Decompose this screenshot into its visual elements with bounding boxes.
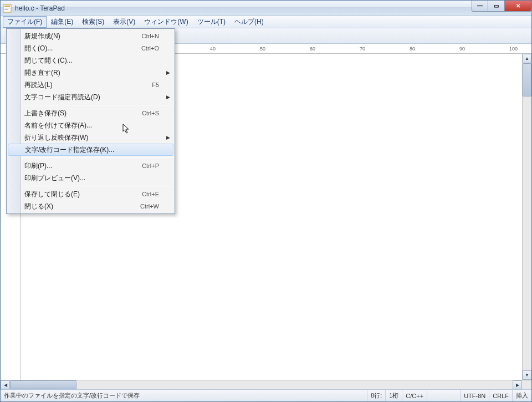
svg-rect-1	[4, 6, 10, 7]
menu-item-close[interactable]: 閉じる(X) Ctrl+W	[7, 200, 175, 212]
close-button[interactable]: ✕	[505, 1, 531, 12]
ruler-tick-60: 60	[310, 46, 315, 52]
submenu-arrow-icon: ▶	[166, 135, 170, 140]
scroll-corner	[522, 380, 531, 389]
status-encoding: UTF-8N	[460, 390, 489, 401]
file-dropdown-menu: 新規作成(N) Ctrl+N 開く(O)... Ctrl+O 閉じて開く(C).…	[6, 28, 175, 214]
menu-separator	[22, 105, 173, 105]
app-icon	[3, 4, 12, 13]
minimize-icon: —	[477, 3, 483, 9]
ruler-tick-40: 40	[210, 46, 216, 52]
menu-item-save-encoding[interactable]: 文字/改行コード指定保存(K)...	[8, 144, 173, 156]
hscroll-track[interactable]	[10, 380, 513, 389]
menu-view[interactable]: 表示(V)	[109, 16, 140, 28]
menu-item-print-preview[interactable]: 印刷プレビュー(V)...	[7, 172, 175, 184]
menu-item-save-wrap[interactable]: 折り返し反映保存(W) ▶	[7, 131, 175, 144]
statusbar: 作業中のファイルを指定の文字/改行コードで保存 8行: 1桁 C/C++ UTF…	[1, 389, 531, 401]
ruler-tick-70: 70	[360, 46, 365, 52]
scroll-down-arrow[interactable]: ▼	[523, 370, 531, 380]
app-window: hello.c - TeraPad — ▭ ✕ ファイル(F) 編集(E) 検索…	[0, 0, 532, 402]
menu-edit[interactable]: 編集(E)	[47, 16, 78, 28]
scroll-right-arrow[interactable]: ▶	[513, 380, 522, 389]
menu-item-reload[interactable]: 再読込(L) F5	[7, 79, 175, 91]
submenu-arrow-icon: ▶	[166, 94, 170, 100]
ruler-tick-50: 50	[260, 46, 265, 52]
horizontal-scrollbar[interactable]: ◀ ▶	[1, 380, 531, 389]
status-hint: 作業中のファイルを指定の文字/改行コードで保存	[1, 390, 367, 401]
menu-item-print[interactable]: 印刷(P)... Ctrl+P	[7, 160, 175, 172]
menu-item-save-as[interactable]: 名前を付けて保存(A)...	[7, 119, 175, 131]
menu-item-new[interactable]: 新規作成(N) Ctrl+N	[7, 30, 175, 42]
horizontal-scroll-thumb[interactable]	[10, 380, 76, 389]
status-line: 8行:	[367, 390, 385, 401]
window-title: hello.c - TeraPad	[15, 4, 65, 12]
scroll-left-arrow[interactable]: ◀	[1, 380, 10, 389]
svg-rect-2	[4, 8, 10, 8]
vertical-scrollbar[interactable]: ▲ ▼	[522, 54, 531, 380]
ruler-tick-90: 90	[459, 46, 465, 52]
status-col: 1桁	[385, 390, 402, 401]
menu-separator	[22, 157, 173, 158]
vertical-scroll-thumb[interactable]	[523, 63, 531, 96]
menu-tool[interactable]: ツール(T)	[193, 16, 230, 28]
menu-item-save-close[interactable]: 保存して閉じる(E) Ctrl+E	[7, 188, 175, 200]
menu-separator	[22, 186, 173, 186]
menu-item-open[interactable]: 開く(O)... Ctrl+O	[7, 42, 175, 54]
menu-help[interactable]: ヘルプ(H)	[230, 16, 268, 28]
maximize-icon: ▭	[494, 3, 499, 9]
status-mode: C/C++	[402, 390, 427, 401]
menu-item-reopen[interactable]: 開き直す(R) ▶	[7, 67, 175, 79]
maximize-button[interactable]: ▭	[488, 1, 505, 12]
scroll-up-arrow[interactable]: ▲	[523, 54, 531, 63]
status-newline: CRLF	[489, 390, 512, 401]
menu-item-close-open[interactable]: 閉じて開く(C)...	[7, 54, 175, 67]
status-insert: 挿入	[512, 390, 531, 401]
submenu-arrow-icon: ▶	[166, 70, 170, 75]
close-icon: ✕	[516, 3, 520, 9]
ruler-tick-80: 80	[410, 46, 415, 52]
menu-window[interactable]: ウィンドウ(W)	[140, 16, 192, 28]
menu-file[interactable]: ファイル(F)	[3, 16, 47, 28]
ruler-tick-100: 100	[509, 46, 518, 52]
menubar: ファイル(F) 編集(E) 検索(S) 表示(V) ウィンドウ(W) ツール(T…	[1, 16, 531, 28]
minimize-button[interactable]: —	[472, 1, 488, 12]
svg-rect-3	[4, 9, 8, 10]
menu-item-reload-encoding[interactable]: 文字コード指定再読込(D) ▶	[7, 91, 175, 103]
window-controls: — ▭ ✕	[472, 1, 531, 12]
titlebar[interactable]: hello.c - TeraPad — ▭ ✕	[1, 1, 531, 16]
menu-search[interactable]: 検索(S)	[78, 16, 109, 28]
menu-item-save[interactable]: 上書き保存(S) Ctrl+S	[7, 107, 175, 119]
